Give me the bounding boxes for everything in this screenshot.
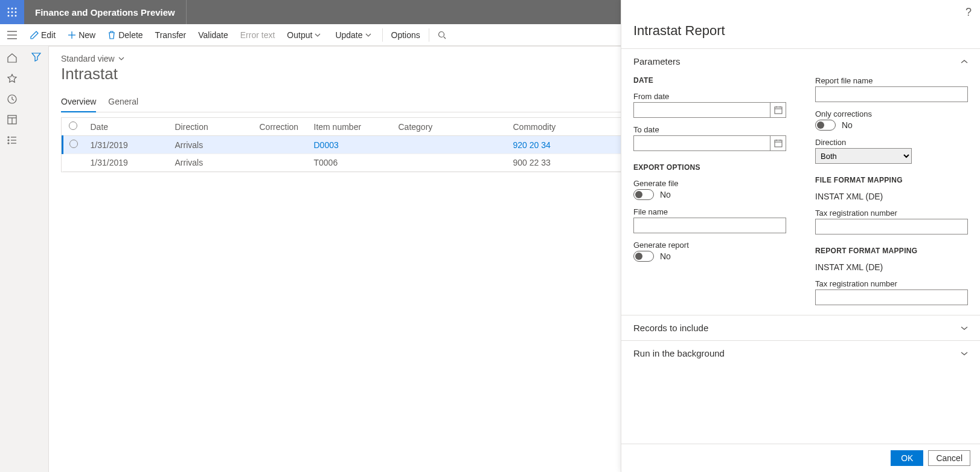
from-date-picker-button[interactable] xyxy=(770,102,786,118)
app-title: Finance and Operations Preview xyxy=(24,0,187,24)
filter-pane-toggle[interactable] xyxy=(24,46,48,472)
label-direction: Direction xyxy=(815,138,968,147)
label-to-date: To date xyxy=(633,125,786,134)
tax-reg-file-input[interactable] xyxy=(815,219,968,234)
delete-button[interactable]: Delete xyxy=(101,24,149,46)
toggle-state: No xyxy=(842,120,853,130)
cell-category xyxy=(392,154,507,172)
svg-point-4 xyxy=(11,11,13,13)
dialog-intrastat-report: ? Intrastat Report Parameters DATE From … xyxy=(621,0,980,472)
section-records-header[interactable]: Records to include xyxy=(621,315,980,340)
trash-icon xyxy=(107,31,116,39)
cell-date: 1/31/2019 xyxy=(85,154,169,172)
recent-button[interactable] xyxy=(6,93,18,105)
star-icon xyxy=(7,73,18,84)
group-file-format: FILE FORMAT MAPPING xyxy=(815,176,968,184)
col-date[interactable]: Date xyxy=(85,118,169,136)
svg-point-14 xyxy=(438,31,444,37)
calendar-icon xyxy=(774,139,783,147)
col-correction[interactable]: Correction xyxy=(254,118,308,136)
to-date-input[interactable] xyxy=(633,135,770,151)
favorites-button[interactable] xyxy=(6,73,18,85)
svg-rect-30 xyxy=(775,140,782,147)
col-category[interactable]: Category xyxy=(392,118,507,136)
group-report-format: REPORT FORMAT MAPPING xyxy=(815,247,968,255)
tab-overview[interactable]: Overview xyxy=(61,93,96,112)
only-corrections-toggle[interactable]: No xyxy=(815,120,968,131)
toggle-state: No xyxy=(660,190,671,199)
label-report-file-name: Report file name xyxy=(815,76,968,85)
section-parameters: Parameters DATE From date To date xyxy=(621,48,980,315)
toggle-state: No xyxy=(660,251,671,261)
cell-direction: Arrivals xyxy=(169,136,254,154)
generate-report-toggle[interactable]: No xyxy=(633,251,786,262)
grid-icon xyxy=(7,114,18,125)
nav-toggle-button[interactable] xyxy=(0,24,24,46)
section-parameters-header[interactable]: Parameters xyxy=(621,49,980,74)
output-button[interactable]: Output xyxy=(281,24,329,46)
chevron-down-icon xyxy=(961,326,968,331)
edit-button[interactable]: Edit xyxy=(24,24,62,46)
home-button[interactable] xyxy=(6,52,18,64)
section-background-header[interactable]: Run in the background xyxy=(621,341,980,366)
app-launcher-button[interactable] xyxy=(0,0,24,24)
chevron-down-icon xyxy=(365,33,371,37)
parameters-left-column: DATE From date To date xyxy=(633,76,786,305)
help-button[interactable]: ? xyxy=(966,6,972,19)
label-only-corrections: Only corrections xyxy=(815,109,968,118)
tab-general[interactable]: General xyxy=(108,93,138,112)
row-selector[interactable] xyxy=(69,140,78,148)
cell-item-number: T0006 xyxy=(308,154,392,172)
col-direction[interactable]: Direction xyxy=(169,118,254,136)
group-export-options: EXPORT OPTIONS xyxy=(633,163,786,172)
cell-item-number[interactable]: D0003 xyxy=(308,136,392,154)
list-icon xyxy=(7,135,18,146)
svg-point-2 xyxy=(15,8,17,10)
tax-reg-report-input[interactable] xyxy=(815,289,968,305)
update-button[interactable]: Update xyxy=(329,24,379,46)
label-from-date: From date xyxy=(633,92,786,101)
label-tax-reg-report: Tax registration number xyxy=(815,279,968,288)
file-name-input[interactable] xyxy=(633,218,786,233)
select-all-toggle[interactable] xyxy=(69,121,77,130)
chevron-down-icon xyxy=(315,33,321,37)
options-button[interactable]: Options xyxy=(385,24,426,46)
left-rail xyxy=(0,46,24,472)
label-tax-reg-file: Tax registration number xyxy=(815,209,968,218)
svg-point-8 xyxy=(15,15,17,17)
group-date: DATE xyxy=(633,76,786,85)
workspaces-button[interactable] xyxy=(6,114,18,126)
label-file-name: File name xyxy=(633,207,786,216)
transfer-button[interactable]: Transfer xyxy=(149,24,193,46)
parameters-right-column: Report file name Only corrections No Dir… xyxy=(815,76,968,305)
cell-direction: Arrivals xyxy=(169,154,254,172)
section-records: Records to include xyxy=(621,315,980,340)
direction-select[interactable]: Both xyxy=(815,148,912,164)
dialog-title: Intrastat Report xyxy=(621,0,980,48)
cell-date: 1/31/2019 xyxy=(85,136,169,154)
new-label: New xyxy=(78,30,95,40)
col-item-number[interactable]: Item number xyxy=(308,118,392,136)
svg-point-5 xyxy=(15,11,17,13)
search-button[interactable] xyxy=(432,24,455,46)
new-button[interactable]: New xyxy=(62,24,101,46)
calendar-icon xyxy=(774,106,783,114)
validate-button[interactable]: Validate xyxy=(192,24,234,46)
cell-correction xyxy=(254,154,308,172)
filter-icon xyxy=(31,52,41,62)
svg-point-20 xyxy=(8,137,9,138)
svg-point-24 xyxy=(8,143,9,144)
svg-line-15 xyxy=(444,37,446,39)
search-icon xyxy=(438,31,446,39)
cancel-button[interactable]: Cancel xyxy=(928,450,970,466)
svg-point-1 xyxy=(11,8,13,10)
from-date-input[interactable] xyxy=(633,102,770,118)
to-date-picker-button[interactable] xyxy=(770,135,786,151)
report-file-name-input[interactable] xyxy=(815,86,968,102)
modules-button[interactable] xyxy=(6,134,18,146)
label-generate-file: Generate file xyxy=(633,179,786,188)
pencil-icon xyxy=(30,31,39,39)
ok-button[interactable]: OK xyxy=(891,450,923,466)
generate-file-toggle[interactable]: No xyxy=(633,189,786,200)
chevron-up-icon xyxy=(961,59,968,64)
